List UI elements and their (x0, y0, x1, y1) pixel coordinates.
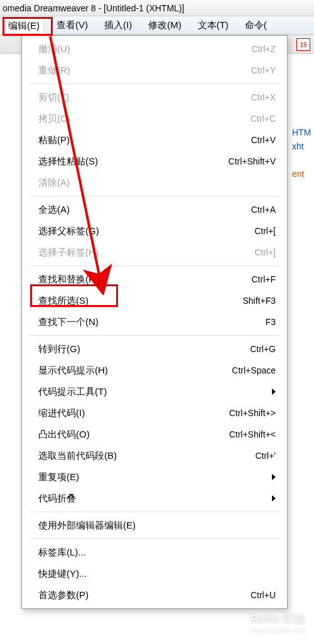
menuitem-find-next[interactable]: 查找下一个(N)F3 (23, 311, 286, 333)
menu-view[interactable]: 查看(V) (53, 18, 92, 33)
edit-dropdown-menu: 撤消(U)Ctrl+Z 重做(R)Ctrl+Y 剪切(T)Ctrl+X 拷贝(C… (21, 35, 288, 609)
submenu-arrow-icon (272, 474, 276, 480)
menu-modify[interactable]: 修改(M) (144, 18, 185, 33)
separator (30, 539, 279, 539)
separator (30, 335, 279, 336)
watermark: Baidu 经验 jingyan.baidu.com (251, 611, 306, 634)
menuitem-clear[interactable]: 清除(A) (23, 172, 286, 193)
menuitem-tag-library[interactable]: 标签库(L)... (23, 542, 286, 563)
menu-text[interactable]: 文本(T) (194, 18, 232, 33)
window-title: omedia Dreamweaver 8 - [Untitled-1 (XHTM… (0, 0, 314, 16)
menuitem-paste[interactable]: 粘贴(P)Ctrl+V (23, 129, 286, 151)
menu-edit[interactable]: 编辑(E) (4, 18, 44, 33)
menuitem-select-child-tag[interactable]: 选择子标签(H)Ctrl+] (23, 242, 286, 263)
menuitem-paste-special[interactable]: 选择性粘贴(S)Ctrl+Shift+V (23, 151, 286, 172)
menuitem-repeat[interactable]: 重复项(E) (23, 466, 286, 488)
menuitem-external-editor[interactable]: 使用外部编辑器编辑(E) (23, 515, 286, 536)
submenu-arrow-icon (272, 495, 276, 502)
menuitem-redo[interactable]: 重做(R)Ctrl+Y (23, 60, 286, 81)
calendar-icon[interactable]: 19 (296, 38, 310, 51)
separator (30, 512, 279, 512)
menuitem-show-code-hints[interactable]: 显示代码提示(H)Ctrl+Space (23, 360, 286, 381)
menuitem-find-replace[interactable]: 查找和替换(F)Ctrl+F (23, 269, 286, 290)
menuitem-goto-line[interactable]: 转到行(G)Ctrl+G (23, 338, 286, 360)
code-view-peek: HTM xht ent (292, 126, 314, 181)
menuitem-cut[interactable]: 剪切(T)Ctrl+X (23, 87, 286, 108)
menuitem-indent-code[interactable]: 缩进代码(I)Ctrl+Shift+> (23, 402, 286, 424)
menuitem-undo[interactable]: 撤消(U)Ctrl+Z (23, 38, 286, 60)
separator (30, 196, 279, 196)
separator (30, 83, 279, 84)
menu-insert[interactable]: 插入(I) (100, 18, 136, 33)
menuitem-shortcuts[interactable]: 快捷键(Y)... (23, 563, 286, 584)
menuitem-find-selection[interactable]: 查找所选(S)Shift+F3 (23, 290, 286, 311)
menuitem-preferences[interactable]: 首选参数(P)Ctrl+U (23, 584, 286, 606)
submenu-arrow-icon (272, 389, 276, 395)
menuitem-select-all[interactable]: 全选(A)Ctrl+A (23, 199, 286, 220)
separator (30, 266, 279, 266)
menuitem-outdent-code[interactable]: 凸出代码(O)Ctrl+Shift+< (23, 424, 286, 445)
menuitem-code-collapse[interactable]: 代码折叠 (23, 488, 286, 509)
menubar: 编辑(E) 查看(V) 插入(I) 修改(M) 文本(T) 命令( (0, 16, 314, 35)
menu-commands[interactable]: 命令( (241, 18, 271, 33)
menuitem-code-hint-tools[interactable]: 代码提示工具(T) (23, 381, 286, 402)
menuitem-select-parent-tag[interactable]: 选择父标签(G)Ctrl+[ (23, 220, 286, 242)
menuitem-select-snippet[interactable]: 选取当前代码段(B)Ctrl+' (23, 445, 286, 466)
menuitem-copy[interactable]: 拷贝(C)Ctrl+C (23, 108, 286, 129)
